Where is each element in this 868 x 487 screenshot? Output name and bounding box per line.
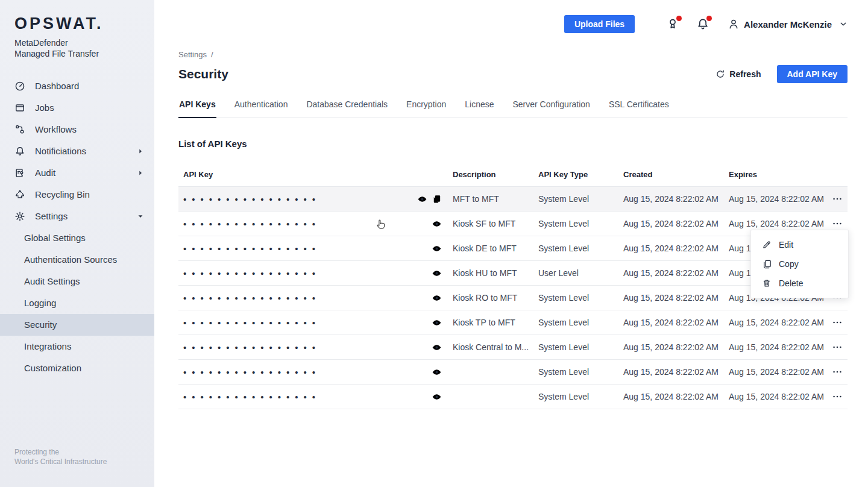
row-created: Aug 15, 2024 8:22:02 AM xyxy=(618,268,724,278)
sidebar-item-jobs[interactable]: Jobs xyxy=(0,97,154,119)
tab-authentication[interactable]: Authentication xyxy=(234,99,289,118)
row-created: Aug 15, 2024 8:22:02 AM xyxy=(618,367,724,377)
row-created: Aug 15, 2024 8:22:02 AM xyxy=(618,244,724,253)
table-row[interactable]: •••••••••••••••• Kiosk SF to MFT System … xyxy=(178,212,848,236)
product-name: MetaDefender xyxy=(14,37,154,48)
row-created: Aug 15, 2024 8:22:02 AM xyxy=(618,219,724,228)
row-api-key-type: System Level xyxy=(533,342,618,352)
table-row[interactable]: •••••••••••••••• Kiosk Central to M... S… xyxy=(178,335,848,360)
table-row[interactable]: •••••••••••••••• System Level Aug 15, 20… xyxy=(178,385,848,409)
recycling-icon xyxy=(14,189,25,200)
col-description: Description xyxy=(448,170,533,179)
delete-icon xyxy=(762,278,772,288)
table-row[interactable]: •••••••••••••••• Kiosk HU to MFT User Le… xyxy=(178,261,848,286)
row-actions-button[interactable] xyxy=(832,391,843,402)
tab-server-configuration[interactable]: Server Configuration xyxy=(512,99,591,118)
sidebar-subitem-customization[interactable]: Customization xyxy=(0,357,154,379)
breadcrumb-settings[interactable]: Settings xyxy=(178,50,207,59)
chevron-down-icon xyxy=(136,212,145,221)
masked-api-key: •••••••••••••••• xyxy=(183,294,321,303)
add-api-key-button[interactable]: Add API Key xyxy=(777,65,848,83)
reveal-key-icon[interactable] xyxy=(432,392,442,402)
sidebar-item-audit[interactable]: Audit xyxy=(0,162,154,184)
key-badge-icon[interactable] xyxy=(666,17,679,31)
chevron-right-icon xyxy=(136,169,145,177)
reveal-key-icon[interactable] xyxy=(432,318,442,328)
refresh-button[interactable]: Refresh xyxy=(715,69,761,79)
context-menu-item-edit[interactable]: Edit xyxy=(751,235,848,254)
notification-dot xyxy=(676,16,682,21)
sidebar-subitem-audit-settings[interactable]: Audit Settings xyxy=(0,271,154,292)
row-actions-button[interactable] xyxy=(832,193,843,204)
chevron-right-icon xyxy=(136,147,145,156)
tab-ssl-certificates[interactable]: SSL Certificates xyxy=(608,99,670,118)
masked-api-key: •••••••••••••••• xyxy=(183,392,321,401)
reveal-key-icon[interactable] xyxy=(432,244,442,254)
col-expires: Expires xyxy=(724,170,829,179)
sidebar-subitem-logging[interactable]: Logging xyxy=(0,292,154,314)
row-expires: Aug 15, 2024 8:22:02 AM xyxy=(724,342,829,352)
copy-icon xyxy=(762,259,772,269)
sidebar-subitem-integrations[interactable]: Integrations xyxy=(0,336,154,357)
bell-icon[interactable] xyxy=(696,17,709,31)
table-row[interactable]: •••••••••••••••• System Level Aug 15, 20… xyxy=(178,360,848,385)
masked-api-key: •••••••••••••••• xyxy=(183,368,321,377)
reveal-key-icon[interactable] xyxy=(432,342,442,353)
settings-submenu: Global SettingsAuthentication SourcesAud… xyxy=(0,227,154,379)
sidebar-nav: DashboardJobsWorkflowsNotificiationsAudi… xyxy=(0,75,154,227)
row-actions-button[interactable] xyxy=(832,218,843,229)
row-api-key-type: System Level xyxy=(533,244,618,253)
workflows-icon xyxy=(14,124,25,135)
row-created: Aug 15, 2024 8:22:02 AM xyxy=(618,318,724,327)
table-row[interactable]: •••••••••••••••• Kiosk RO to MFT System … xyxy=(178,286,848,310)
copy-key-icon[interactable] xyxy=(432,194,442,204)
row-expires: Aug 15, 2024 8:22:02 AM xyxy=(724,219,829,228)
table-row[interactable]: •••••••••••••••• MFT to MFT System Level… xyxy=(178,187,848,212)
table-row[interactable]: •••••••••••••••• Kiosk TP to MFT System … xyxy=(178,310,848,335)
row-api-key-type: System Level xyxy=(533,392,618,401)
context-menu-item-delete[interactable]: Delete xyxy=(751,274,848,293)
dashboard-icon xyxy=(14,81,25,92)
sidebar-item-workflows[interactable]: Workflows xyxy=(0,119,154,140)
row-created: Aug 15, 2024 8:22:02 AM xyxy=(618,392,724,401)
reveal-key-icon[interactable] xyxy=(432,293,442,303)
col-created: Created xyxy=(618,170,724,179)
sidebar-subitem-global-settings[interactable]: Global Settings xyxy=(0,227,154,249)
row-description: Kiosk DE to MFT xyxy=(448,244,533,253)
masked-api-key: •••••••••••••••• xyxy=(183,195,321,204)
masked-api-key: •••••••••••••••• xyxy=(183,244,321,253)
tab-database-credentials[interactable]: Database Credentials xyxy=(306,99,388,118)
jobs-icon xyxy=(14,102,25,113)
row-actions-button[interactable] xyxy=(832,366,843,377)
page-title: Security xyxy=(178,67,228,81)
row-description: Kiosk Central to M... xyxy=(448,342,533,352)
row-actions-button[interactable] xyxy=(832,342,843,353)
sidebar-subitem-authentication-sources[interactable]: Authentication Sources xyxy=(0,249,154,271)
sidebar-item-recycling-bin[interactable]: Recycling Bin xyxy=(0,184,154,206)
masked-api-key: •••••••••••••••• xyxy=(183,343,321,352)
row-description: Kiosk TP to MFT xyxy=(448,318,533,327)
reveal-key-icon[interactable] xyxy=(417,194,427,204)
table-row[interactable]: •••••••••••••••• Kiosk DE to MFT System … xyxy=(178,236,848,261)
sidebar-item-settings[interactable]: Settings xyxy=(0,206,154,227)
reveal-key-icon[interactable] xyxy=(432,367,442,377)
row-actions-button[interactable] xyxy=(832,317,843,328)
upload-files-button[interactable]: Upload Files xyxy=(564,15,635,33)
row-expires: Aug 15, 2024 8:22:02 AM xyxy=(724,367,829,377)
tab-bar: API KeysAuthenticationDatabase Credentia… xyxy=(178,99,848,118)
brand-tagline: Protecting the World's Critical Infrastr… xyxy=(14,448,107,467)
reveal-key-icon[interactable] xyxy=(432,219,442,229)
reveal-key-icon[interactable] xyxy=(432,268,442,278)
tab-api-keys[interactable]: API Keys xyxy=(178,99,216,118)
user-menu[interactable]: Alexander McKenzie xyxy=(728,18,848,30)
sidebar-subitem-security[interactable]: Security xyxy=(0,314,154,336)
tab-licnese[interactable]: Licnese xyxy=(464,99,494,118)
sidebar-item-dashboard[interactable]: Dashboard xyxy=(0,75,154,97)
context-menu-item-copy[interactable]: Copy xyxy=(751,254,848,274)
row-description: Kiosk SF to MFT xyxy=(448,219,533,228)
tab-encryption[interactable]: Encryption xyxy=(406,99,447,118)
opswat-logo: OPSWAT. xyxy=(14,14,154,33)
edit-icon xyxy=(762,240,772,250)
row-api-key-type: System Level xyxy=(533,318,618,327)
sidebar-item-notificiations[interactable]: Notificiations xyxy=(0,140,154,162)
